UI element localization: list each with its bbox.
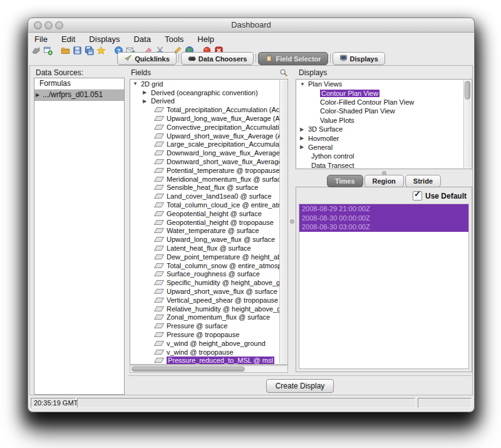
- data-sources-list[interactable]: Formulas▶.../wrfprs_d01.051: [34, 78, 125, 395]
- collapse-triangle-icon[interactable]: ▼: [133, 81, 141, 86]
- field-tree-item[interactable]: Potential_temperature @ tropopause: [130, 166, 280, 175]
- field-tree-item[interactable]: Pressure @ surface: [130, 321, 280, 330]
- tree-item-label: Convective_precipitation_Accumulation (A…: [167, 123, 280, 131]
- fields-hscroll-thumb[interactable]: [132, 367, 245, 372]
- field-tree-item[interactable]: ▶Derived: [130, 97, 280, 106]
- status-bar: 20:35:19 GMT: [28, 398, 474, 409]
- field-leaf-icon: [154, 271, 164, 276]
- field-leaf-icon: [154, 315, 164, 320]
- field-tree-item[interactable]: Land_cover_land1sea0 @ surface: [130, 192, 280, 201]
- expand-triangle-icon[interactable]: ▶: [300, 127, 308, 132]
- display-tree-item[interactable]: Value Plots: [296, 116, 464, 125]
- displays-tree: ▼Plan ViewsContour Plan ViewColor-Filled…: [296, 79, 472, 169]
- tree-item-label: Contour Plan View: [320, 90, 380, 97]
- field-tree-item[interactable]: Meridional_momentum_flux @ surface: [130, 175, 280, 184]
- display-tree-item[interactable]: Color-Filled Contour Plan View: [296, 98, 464, 107]
- field-tree-item[interactable]: v_wind @ tropopause: [130, 348, 280, 357]
- field-tree-item[interactable]: Water_temperature @ surface: [130, 227, 280, 236]
- field-tree-item[interactable]: Geopotential_height @ tropopause: [130, 218, 280, 227]
- create-display-button[interactable]: Create Display: [266, 379, 334, 393]
- displays-vertical-scrollbar[interactable]: [463, 80, 471, 168]
- field-leaf-icon: [154, 133, 164, 138]
- field-tree-item[interactable]: Upward_short_wave_flux @ surface: [130, 287, 280, 296]
- tree-item-label: Data Transect: [311, 162, 354, 169]
- display-tree-item[interactable]: Contour Plan View: [296, 88, 464, 97]
- field-tree-item[interactable]: Sensible_heat_flux @ surface: [130, 184, 280, 192]
- display-tree-item[interactable]: ▼Plan Views: [296, 80, 464, 88]
- field-tree-item[interactable]: Latent_heat_flux @ surface: [130, 244, 280, 253]
- binoculars-icon: [188, 54, 196, 63]
- display-tree-item[interactable]: Data Transect: [296, 161, 464, 169]
- field-tree-item[interactable]: Total_column_cloud_ice @ entire_atmosphe…: [130, 201, 280, 209]
- tab-displays[interactable]: Displays: [333, 52, 385, 65]
- fields-vertical-scrollbar[interactable]: [279, 80, 287, 363]
- expand-triangle-icon[interactable]: ▶: [300, 135, 308, 141]
- collapse-triangle-icon[interactable]: ▼: [300, 81, 308, 87]
- tree-item-label: Pressure @ tropopause: [167, 331, 239, 338]
- expand-triangle-icon[interactable]: ▶: [300, 144, 308, 150]
- use-default-label: Use Default: [425, 192, 467, 201]
- time-list-item[interactable]: 2008-08-30 00:00:00Z: [299, 214, 468, 223]
- tree-item-label: Total_precipitation_Accumulation (Accumu…: [167, 106, 280, 113]
- field-tree-item[interactable]: Geopotential_height @ surface: [130, 209, 280, 218]
- field-tree-item[interactable]: Dew_point_temperature @ height_above_gro…: [130, 253, 280, 261]
- display-tree-item[interactable]: Jython control: [296, 152, 464, 160]
- field-tree-item[interactable]: Surface_roughness @ surface: [130, 270, 280, 279]
- data-source-item[interactable]: Formulas: [34, 78, 124, 90]
- field-tree-item[interactable]: Total_precipitation_Accumulation (Accumu…: [130, 105, 280, 114]
- expand-triangle-icon[interactable]: ▶: [143, 98, 151, 104]
- menu-tools[interactable]: Tools: [165, 34, 183, 44]
- field-tree-item[interactable]: Convective_precipitation_Accumulation (A…: [130, 123, 280, 132]
- subtab-stride[interactable]: Stride: [405, 175, 441, 187]
- tree-item-label: 2D grid: [141, 80, 163, 88]
- display-tree-item[interactable]: Color-Shaded Plan View: [296, 107, 464, 115]
- expand-triangle-icon[interactable]: ▶: [36, 90, 39, 100]
- tab-data-choosers[interactable]: Data Choosers: [181, 52, 254, 65]
- field-tree-item[interactable]: ▶Derived (oceangraphic convention): [130, 88, 280, 97]
- times-list[interactable]: 2008-08-29 21:00:00Z2008-08-30 00:00:00Z…: [299, 204, 469, 369]
- display-tree-item[interactable]: ▶3D Surface: [296, 125, 464, 133]
- menu-displays[interactable]: Displays: [89, 34, 120, 44]
- field-tree-item[interactable]: Total_column_snow @ entire_atmosphere: [130, 261, 280, 270]
- field-tree-item[interactable]: Upward_long_wave_flux @ surface: [130, 235, 280, 244]
- title-bar[interactable]: Dashboard: [28, 18, 474, 33]
- use-default-checkbox[interactable]: ✓: [413, 191, 422, 201]
- menu-file[interactable]: File: [34, 34, 48, 44]
- field-tree-item[interactable]: Upward_long_wave_flux_Average (Average f…: [130, 114, 280, 123]
- field-tree-item[interactable]: Specific_humidity @ height_above_ground: [130, 278, 280, 287]
- menu-data[interactable]: Data: [133, 34, 150, 44]
- time-list-item[interactable]: 2008-08-30 03:00:00Z: [299, 222, 468, 232]
- tab-field-selector[interactable]: Field Selector: [258, 52, 328, 65]
- field-tree-item[interactable]: Relative_humidity @ height_above_ground: [130, 305, 280, 313]
- vertical-splitter-handle[interactable]: [290, 219, 294, 224]
- field-tree-item[interactable]: Pressure @ tropopause: [130, 330, 280, 339]
- data-source-item[interactable]: ▶.../wrfprs_d01.051: [34, 90, 124, 101]
- field-tree-item[interactable]: Upward_short_wave_flux_Average (Average …: [130, 132, 280, 140]
- field-tree-item[interactable]: Downward_short_wave_flux_Average (Averag…: [130, 157, 280, 166]
- time-list-item[interactable]: 2008-08-29 21:00:00Z: [299, 204, 468, 214]
- displays-vscroll-thumb[interactable]: [465, 81, 470, 100]
- field-tree-item[interactable]: Downward_long_wave_flux_Average (Average…: [130, 148, 280, 157]
- field-tree-item[interactable]: v_wind @ height_above_ground: [130, 339, 280, 348]
- field-tree-item[interactable]: Pressure_reduced_to_MSL @ msl: [130, 357, 280, 365]
- menu-help[interactable]: Help: [197, 34, 214, 44]
- tree-item-label: Color-Shaded Plan View: [320, 107, 395, 115]
- fields-horizontal-scrollbar[interactable]: [130, 365, 288, 373]
- search-icon[interactable]: [279, 68, 288, 77]
- field-tree-item[interactable]: Vertical_speed_shear @ tropopause: [130, 296, 280, 305]
- field-tree-item[interactable]: Large_scale_precipitation_Accumulation (…: [130, 140, 280, 149]
- subtab-times[interactable]: Times: [327, 175, 363, 187]
- tree-item-label: Geopotential_height @ surface: [167, 210, 262, 217]
- displays-label: Displays: [299, 68, 327, 77]
- field-tree-item[interactable]: Zonal_momentum_flux @ surface: [130, 313, 280, 322]
- subtab-region[interactable]: Region: [364, 175, 404, 187]
- tab-quicklinks[interactable]: Quicklinks: [117, 52, 177, 65]
- display-tree-item[interactable]: ▶General: [296, 143, 464, 152]
- field-tree-item[interactable]: ▼2D grid: [130, 80, 280, 88]
- tree-item-label: Total_column_cloud_ice @ entire_atmosphe…: [167, 201, 280, 209]
- tree-item-label: Upward_short_wave_flux_Average (Average …: [167, 132, 280, 140]
- expand-triangle-icon[interactable]: ▶: [143, 90, 151, 95]
- display-tree-item[interactable]: ▶Hovmoller: [296, 133, 464, 142]
- menu-edit[interactable]: Edit: [61, 34, 75, 44]
- tree-item-label: Color-Filled Contour Plan View: [320, 98, 414, 106]
